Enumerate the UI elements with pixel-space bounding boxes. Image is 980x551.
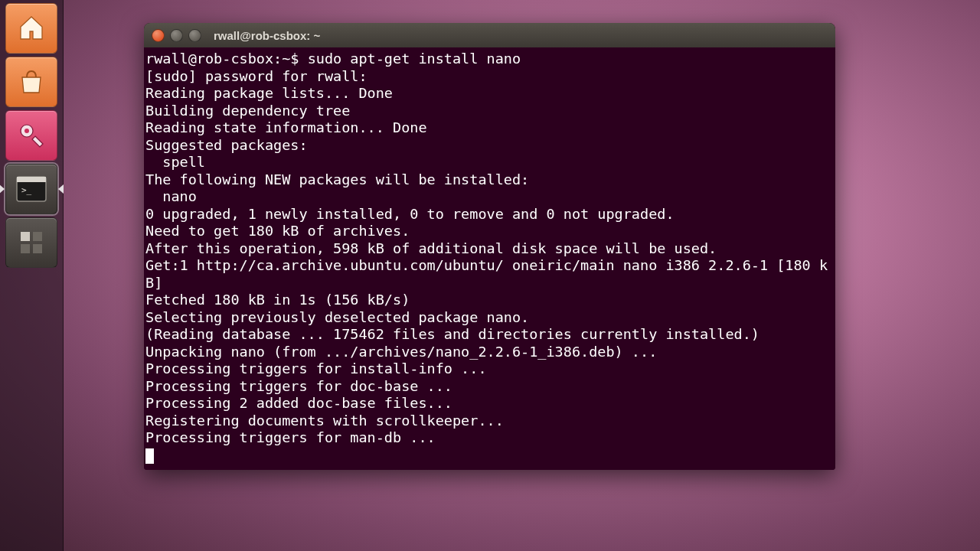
terminal-output-line: 0 upgraded, 1 newly installed, 0 to remo… (145, 206, 834, 223)
home-icon (16, 13, 47, 44)
terminal-icon: >_ (15, 174, 48, 204)
terminal-prompt-line: rwall@rob-csbox:~$ sudo apt-get install … (145, 51, 834, 68)
unity-launcher: >_ (0, 0, 64, 551)
terminal-output-line: nano (145, 188, 834, 206)
svg-rect-5 (21, 232, 30, 241)
svg-text:>_: >_ (21, 185, 32, 195)
terminal-output-line: Processing triggers for man-db ... (145, 429, 834, 447)
maximize-button[interactable] (188, 29, 201, 42)
terminal-cursor-line (145, 447, 834, 465)
window-buttons (152, 29, 201, 42)
terminal-output-line: Reading package lists... Done (145, 85, 834, 103)
gear-icon (15, 119, 47, 152)
active-indicator-right (58, 184, 64, 194)
terminal-output-line: [sudo] password for rwall: (145, 68, 834, 86)
terminal-prompt: rwall@rob-csbox:~$ (145, 51, 308, 67)
launcher-item-workspaces[interactable] (5, 217, 57, 268)
terminal-output-line: spell (145, 154, 834, 171)
terminal-command: sudo apt-get install nano (308, 51, 521, 67)
terminal-output-line: Selecting previously deselected package … (145, 309, 834, 327)
svg-rect-6 (33, 232, 42, 241)
terminal-body[interactable]: rwall@rob-csbox:~$ sudo apt-get install … (144, 47, 835, 470)
svg-rect-8 (33, 244, 42, 253)
terminal-output-line: Reading state information... Done (145, 119, 834, 137)
workspaces-icon (16, 227, 47, 258)
close-button[interactable] (152, 29, 165, 42)
launcher-item-home[interactable] (5, 3, 57, 54)
terminal-output-line: Processing triggers for install-info ... (145, 360, 834, 378)
bag-icon (16, 67, 47, 97)
terminal-output-line: Get:1 http://ca.archive.ubuntu.com/ubunt… (145, 257, 834, 292)
terminal-output-line: After this operation, 598 kB of addition… (145, 240, 834, 258)
launcher-item-settings[interactable] (5, 110, 57, 161)
terminal-output-line: Registering documents with scrollkeeper.… (145, 412, 834, 430)
window-titlebar[interactable]: rwall@rob-csbox: ~ (144, 23, 835, 47)
terminal-output-line: (Reading database ... 175462 files and d… (145, 326, 834, 344)
minimize-button[interactable] (170, 29, 183, 42)
terminal-output-line: Unpacking nano (from .../archives/nano_2… (145, 344, 834, 361)
launcher-item-terminal[interactable]: >_ (5, 164, 57, 214)
active-indicator-left (0, 184, 5, 194)
svg-point-1 (24, 129, 29, 133)
terminal-output-line: Building dependency tree (145, 103, 834, 120)
terminal-output-line: Processing 2 added doc-base files... (145, 395, 834, 412)
terminal-output-line: Need to get 180 kB of archives. (145, 223, 834, 240)
window-title: rwall@rob-csbox: ~ (214, 29, 320, 42)
terminal-output-line: Suggested packages: (145, 137, 834, 155)
launcher-item-software-center[interactable] (5, 57, 57, 107)
terminal-output-line: The following NEW packages will be insta… (145, 171, 834, 189)
cursor-icon (145, 448, 154, 464)
svg-rect-3 (17, 177, 46, 182)
terminal-output-line: Processing triggers for doc-base ... (145, 378, 834, 396)
terminal-window: rwall@rob-csbox: ~ rwall@rob-csbox:~$ su… (144, 23, 835, 470)
terminal-output-line: Fetched 180 kB in 1s (156 kB/s) (145, 292, 834, 309)
svg-rect-7 (21, 244, 30, 253)
